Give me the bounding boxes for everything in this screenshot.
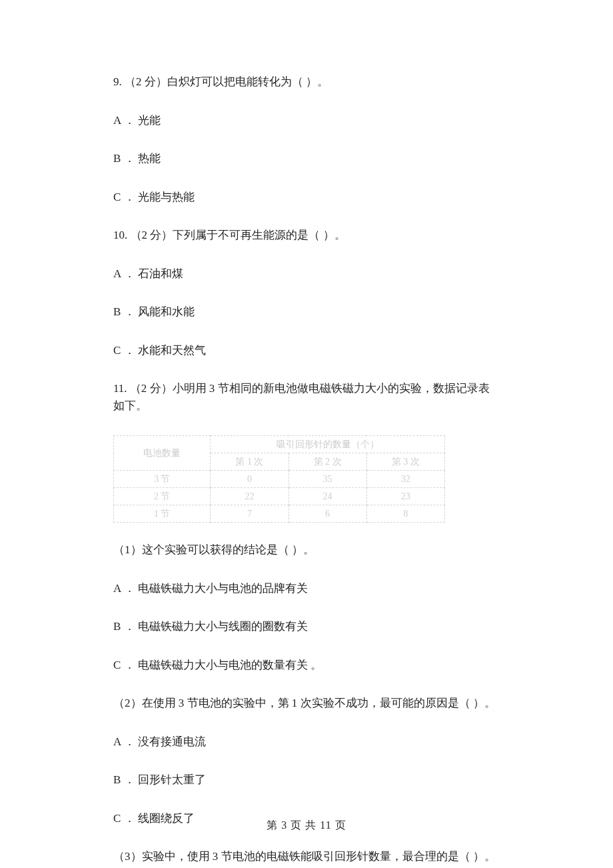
table-cell: 8 — [366, 505, 444, 523]
table-header-main: 吸引回形针的数量（个） — [211, 436, 445, 453]
q11-data-table: 电池数量 吸引回形针的数量（个） 第 1 次 第 2 次 第 3 次 3 节 0… — [113, 435, 500, 523]
q11-stem: 11. （2 分）小明用 3 节相同的新电池做电磁铁磁力大小的实验，数据记录表如… — [113, 380, 500, 414]
table-cell: 0 — [211, 471, 289, 488]
q10-option-b: B ． 风能和水能 — [113, 303, 500, 321]
q11-sub1-option-c: C ． 电磁铁磁力大小与电池的数量有关 。 — [113, 657, 500, 674]
table-cell: 2 节 — [114, 488, 211, 505]
page-footer: 第 3 页 共 11 页 — [0, 817, 613, 833]
table-cell: 22 — [211, 488, 289, 505]
q10-option-c: C ． 水能和天然气 — [113, 342, 500, 359]
q11-sub2-option-b: B ． 回形针太重了 — [113, 771, 500, 789]
q9-option-a: A ． 光能 — [113, 112, 500, 129]
q9-option-b: B ． 热能 — [113, 150, 500, 167]
q10-option-a: A ． 石油和煤 — [113, 265, 500, 283]
q9-stem: 9. （2 分）白炽灯可以把电能转化为（ ）。 — [113, 73, 500, 91]
q11-sub2-stem: （2）在使用 3 节电池的实验中，第 1 次实验不成功，最可能的原因是（ ）。 — [113, 695, 500, 712]
q9-option-c: C ． 光能与热能 — [113, 189, 500, 206]
q11-sub1-stem: （1）这个实验可以获得的结论是（ ）。 — [113, 541, 500, 559]
table-cell: 6 — [289, 505, 366, 523]
table-cell: 1 节 — [114, 505, 211, 523]
table-header-left: 电池数量 — [114, 436, 211, 471]
table-cell: 24 — [289, 488, 366, 505]
table-cell: 3 节 — [114, 471, 211, 488]
table-cell: 7 — [211, 505, 289, 523]
table-cell: 35 — [289, 471, 366, 488]
table-subheader-3: 第 3 次 — [366, 453, 444, 471]
page-content: 9. （2 分）白炽灯可以把电能转化为（ ）。 A ． 光能 B ． 热能 C … — [0, 0, 613, 865]
table-cell: 23 — [366, 488, 444, 505]
q10-stem: 10. （2 分）下列属于不可再生能源的是（ ）。 — [113, 227, 500, 244]
table-subheader-1: 第 1 次 — [211, 453, 289, 471]
table-subheader-2: 第 2 次 — [289, 453, 366, 471]
table-cell: 32 — [366, 471, 444, 488]
q11-sub1-option-a: A ． 电磁铁磁力大小与电池的品牌有关 — [113, 580, 500, 597]
q11-sub3-stem: （3）实验中，使用 3 节电池的电磁铁能吸引回形针数量，最合理的是（ ）。 — [113, 848, 500, 865]
q11-sub1-option-b: B ． 电磁铁磁力大小与线圈的圈数有关 — [113, 618, 500, 635]
q11-sub2-option-a: A ． 没有接通电流 — [113, 733, 500, 751]
